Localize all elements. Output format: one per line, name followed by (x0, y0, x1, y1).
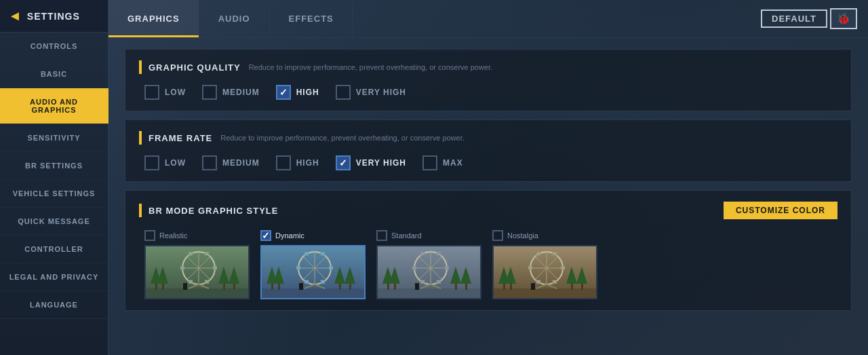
sidebar-item-sensitivity[interactable]: SENSITIVITY (0, 124, 108, 152)
svg-rect-24 (205, 252, 209, 255)
br-mode-title: BR MODE GRAPHIC STYLE (149, 206, 278, 216)
settings-area: GRAPHIC QUALITY Reduce to improve perfor… (108, 38, 868, 355)
tab-bar: GRAPHICSAUDIOEFFECTS (108, 0, 353, 37)
svg-rect-19 (213, 266, 217, 269)
sidebar-item-legal[interactable]: LEGAL AND PRIVACY (0, 263, 108, 291)
style-option-dynamic[interactable]: Dynamic (260, 230, 366, 299)
back-arrow-icon[interactable]: ◄ (8, 8, 22, 24)
nav-items: CONTROLSBASICAUDIO AND GRAPHICSSENSITIVI… (0, 33, 108, 319)
svg-rect-1 (146, 288, 250, 299)
svg-rect-103 (561, 266, 565, 269)
svg-rect-76 (437, 280, 441, 284)
option-label-fr-max: MAX (443, 158, 463, 168)
settings-title: SETTINGS (27, 11, 80, 22)
svg-rect-49 (304, 280, 309, 284)
svg-rect-48 (321, 280, 325, 284)
frame-rate-option-medium[interactable]: MEDIUM (202, 155, 260, 170)
checkbox-very-high (336, 85, 351, 100)
svg-rect-47 (329, 266, 333, 269)
sidebar-item-audio-graphics[interactable]: AUDIO AND GRAPHICS (0, 88, 108, 124)
section-indicator-2 (139, 131, 142, 145)
style-header-realistic: Realistic (144, 230, 250, 241)
graphic-quality-header: GRAPHIC QUALITY Reduce to improve perfor… (139, 60, 837, 74)
svg-rect-23 (189, 252, 193, 255)
option-label-low: LOW (165, 88, 186, 97)
checkbox-style-standard (376, 230, 387, 241)
frame-rate-option-high[interactable]: HIGH (276, 155, 319, 170)
sidebar-item-vehicle[interactable]: VEHICLE SETTINGS (0, 180, 108, 208)
settings-header: ◄ SETTINGS (0, 0, 108, 33)
style-header-standard: Standard (376, 230, 481, 241)
svg-rect-57 (378, 288, 481, 299)
checkbox-style-dynamic (260, 230, 271, 241)
style-label-dynamic: Dynamic (275, 231, 304, 240)
frame-rate-options: LOWMEDIUMHIGHVERY HIGHMAX (139, 155, 837, 170)
svg-rect-77 (420, 280, 425, 284)
graphic-quality-option-high[interactable]: HIGH (276, 85, 319, 100)
graphic-quality-option-medium[interactable]: MEDIUM (202, 85, 260, 100)
section-indicator-3 (139, 204, 142, 217)
style-thumb-nostalgia (492, 245, 597, 299)
sidebar-item-language[interactable]: LANGUAGE (0, 291, 108, 319)
default-button[interactable]: DEFAULT (761, 10, 827, 28)
checkbox-low (144, 85, 159, 100)
style-option-realistic[interactable]: Realistic (144, 230, 250, 299)
checkbox-medium (202, 85, 217, 100)
tab-audio[interactable]: AUDIO (199, 0, 270, 37)
checkbox-fr-max (422, 155, 437, 170)
graphic-quality-section: GRAPHIC QUALITY Reduce to improve perfor… (125, 49, 852, 111)
sidebar-item-br-settings[interactable]: BR SETTINGS (0, 152, 108, 180)
style-thumb-dynamic (260, 245, 366, 299)
customize-color-button[interactable]: CUSTOMIZE COLOR (724, 202, 837, 219)
style-label-standard: Standard (391, 231, 422, 240)
frame-rate-option-low[interactable]: LOW (144, 155, 186, 170)
svg-rect-27 (183, 283, 187, 290)
svg-rect-22 (180, 266, 184, 269)
style-header-dynamic: Dynamic (260, 230, 366, 241)
frame-rate-option-very-high[interactable]: VERY HIGH (336, 155, 406, 170)
checkbox-fr-low (144, 155, 159, 170)
br-mode-title-group: BR MODE GRAPHIC STYLE (139, 204, 286, 217)
tab-effects[interactable]: EFFECTS (270, 0, 353, 37)
svg-rect-104 (553, 280, 557, 284)
option-label-fr-medium: MEDIUM (222, 158, 260, 168)
frame-rate-option-max[interactable]: MAX (422, 155, 463, 170)
option-label-very-high: VERY HIGH (356, 88, 406, 97)
svg-rect-111 (531, 283, 535, 290)
graphic-quality-option-very-high[interactable]: VERY HIGH (336, 85, 406, 100)
frame-rate-title: FRAME RATE (149, 133, 212, 143)
option-label-fr-high: HIGH (296, 158, 319, 168)
style-thumb-standard (376, 245, 481, 299)
tab-graphics[interactable]: GRAPHICS (108, 0, 199, 37)
svg-rect-80 (437, 252, 441, 255)
frame-rate-section: FRAME RATE Reduce to improve performance… (125, 119, 852, 182)
sidebar-item-quick-message[interactable]: QUICK MESSAGE (0, 208, 108, 236)
option-label-medium: MEDIUM (222, 88, 260, 97)
top-bar: GRAPHICSAUDIOEFFECTS DEFAULT 🐞 (108, 0, 868, 38)
checkbox-style-realistic (144, 230, 155, 241)
bug-report-button[interactable]: 🐞 (830, 8, 857, 29)
sidebar-item-controller[interactable]: CONTROLLER (0, 236, 108, 263)
style-option-standard[interactable]: Standard (376, 230, 481, 299)
sidebar-item-basic[interactable]: BASIC (0, 60, 108, 88)
br-mode-section: BR MODE GRAPHIC STYLE CUSTOMIZE COLOR Re… (125, 190, 852, 311)
svg-rect-106 (528, 266, 532, 269)
main-content: GRAPHICSAUDIOEFFECTS DEFAULT 🐞 GRAPHIC Q… (108, 0, 868, 355)
svg-rect-85 (494, 288, 597, 299)
svg-rect-55 (299, 283, 303, 290)
option-label-fr-low: LOW (165, 158, 186, 168)
svg-rect-83 (415, 283, 419, 290)
frame-rate-header: FRAME RATE Reduce to improve performance… (139, 131, 837, 145)
frame-rate-desc: Reduce to improve performance, prevent o… (220, 134, 465, 142)
checkbox-high (276, 85, 291, 100)
svg-rect-29 (262, 288, 366, 299)
style-option-nostalgia[interactable]: Nostalgia (492, 230, 597, 299)
sidebar-item-controls[interactable]: CONTROLS (0, 33, 108, 60)
svg-rect-50 (296, 266, 300, 269)
checkbox-fr-high (276, 155, 291, 170)
svg-rect-51 (304, 252, 309, 255)
graphic-quality-option-low[interactable]: LOW (144, 85, 186, 100)
svg-rect-105 (536, 280, 540, 284)
checkbox-style-nostalgia (492, 230, 503, 241)
graphic-quality-title: GRAPHIC QUALITY (149, 62, 241, 73)
